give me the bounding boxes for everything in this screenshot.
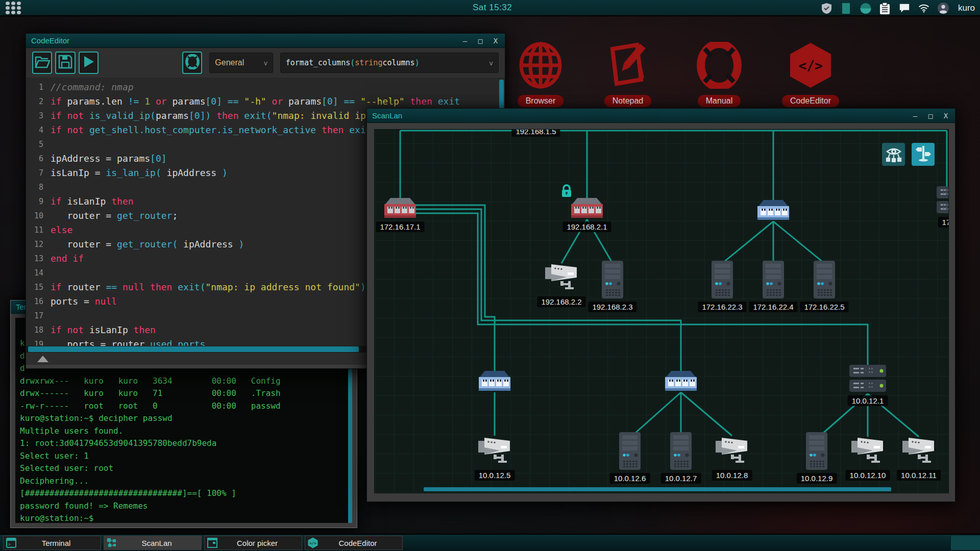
legend-button[interactable]	[912, 143, 935, 166]
taskbar-item-codeeditor[interactable]: </>CodeEditor	[305, 536, 403, 550]
minimize-button[interactable]: –	[911, 112, 919, 120]
lifebuoy-icon	[693, 40, 746, 91]
device-ip-label: 172.16.22.3	[698, 302, 746, 312]
app-launcher-icon[interactable]	[4, 0, 21, 15]
map-device-172.16.22.3[interactable]	[712, 261, 733, 300]
scanlan-window: ScanLan – □ X 192.168.1.5 172.16.17.1192…	[366, 108, 955, 502]
device-ip-label: 192.168.2.1	[562, 221, 611, 232]
map-device-switch[interactable]	[756, 200, 790, 222]
device-ip-label: 10.0.12.6	[610, 473, 650, 484]
taskbar-item-terminal[interactable]: >_Terminal	[3, 536, 101, 550]
disk-usage-icon	[860, 3, 871, 14]
code-line: 2if params.len != 1 or params[0] == "-h"…	[26, 94, 505, 109]
map-device-10.0.12.8[interactable]	[716, 434, 748, 466]
gateway-ip-label: 192.168.1.5	[511, 129, 560, 137]
desktop-icon-notepad[interactable]: Notepad	[590, 40, 666, 107]
map-horizontal-scrollbar[interactable]	[424, 487, 891, 491]
code-editor-title: CodeEditor	[31, 36, 69, 45]
save-file-button[interactable]	[55, 52, 75, 74]
signature-paren: (	[350, 58, 355, 67]
lock-icon	[561, 184, 572, 200]
run-script-button[interactable]	[79, 52, 99, 74]
taskbar-end-cap	[950, 536, 980, 550]
signature-param: columns	[382, 58, 414, 67]
device-ip-label: 172.16.22.5	[800, 302, 848, 312]
username: kuro	[958, 3, 975, 13]
open-file-button[interactable]	[32, 52, 52, 74]
terminal-line: Multiple users found.	[20, 425, 352, 438]
battery-icon	[841, 3, 852, 14]
terminal-line: drwxrwx--- kuro kuro 3634 00:00 Config	[20, 375, 352, 388]
map-device-172.16.17.1[interactable]	[383, 198, 417, 220]
expand-console-icon[interactable]	[37, 356, 48, 362]
map-device-192.168.2.2[interactable]	[545, 261, 578, 292]
map-device-172.16.22.5[interactable]	[814, 261, 835, 300]
taskbar-item-color-picker[interactable]: Color picker	[204, 536, 302, 550]
svg-text:>_: >_	[8, 542, 13, 547]
svg-text:</>: </>	[799, 58, 823, 73]
signature-paren-close: )	[415, 58, 420, 67]
scan-tool-button[interactable]	[882, 143, 905, 166]
desktop-icon-codeeditor[interactable]: </>CodeEditor	[772, 40, 849, 107]
map-device-10.0.12.6[interactable]	[619, 432, 641, 472]
device-ip-label: 10.0.12.8	[712, 470, 752, 481]
terminal-icon: >_	[4, 538, 19, 548]
map-device-switch[interactable]	[478, 371, 511, 393]
map-device-10.0.12.5[interactable]	[478, 434, 511, 466]
scanlan-titlebar[interactable]: ScanLan – □ X	[367, 109, 955, 123]
terminal-line: 1: root:3d041794653d9041395780bedd7b9eda	[20, 437, 352, 450]
category-value: General	[215, 58, 244, 67]
code-editor-titlebar[interactable]: CodeEditor – □ X	[26, 34, 505, 48]
device-ip-label: 10.0.12.9	[797, 473, 837, 484]
map-device-172[interactable]	[937, 186, 949, 216]
close-button[interactable]: X	[942, 112, 950, 120]
map-device-192.168.2.3[interactable]	[602, 261, 623, 300]
scanlan-title: ScanLan	[372, 111, 402, 120]
svg-text:</>: </>	[310, 541, 316, 545]
map-device-10.0.12.1[interactable]	[849, 365, 886, 394]
desktop-icon-manual[interactable]: Manual	[681, 40, 757, 107]
map-device-10.0.12.10[interactable]	[851, 434, 884, 466]
map-device-10.0.12.11[interactable]	[902, 434, 935, 466]
terminal-line: -rw-r----- root root 0 00:00 passwd	[20, 400, 352, 413]
device-ip-label: 172	[938, 217, 949, 228]
chevron-down-icon: v	[264, 59, 267, 67]
desktop-icon-label: Browser	[518, 95, 564, 107]
chat-icon	[899, 3, 910, 14]
taskbar: >_TerminalScanLanColor picker</>CodeEdit…	[0, 534, 980, 551]
map-device-switch[interactable]	[664, 371, 698, 393]
avatar[interactable]	[938, 3, 949, 14]
device-ip-label: 172.16.17.1	[376, 221, 424, 232]
map-device-172.16.22.4[interactable]	[763, 261, 784, 300]
terminal-line: Deciphering...	[20, 475, 352, 488]
play-icon	[82, 55, 95, 70]
map-device-10.0.12.9[interactable]	[806, 432, 827, 472]
device-ip-label: 192.168.2.3	[588, 302, 636, 312]
shield-check-icon	[821, 3, 832, 14]
taskbar-item-label: Color picker	[220, 539, 302, 547]
network-map[interactable]: 192.168.1.5 172.16.17.1192.168.2.1172192…	[374, 129, 949, 493]
clock: Sat 15:32	[473, 3, 512, 13]
help-button[interactable]	[182, 52, 202, 74]
clipboard-icon	[879, 3, 891, 14]
code-editor-toolbar: General v format_columns ( string column…	[26, 48, 505, 78]
close-button[interactable]: X	[492, 37, 500, 45]
status-tray: kuro	[821, 0, 975, 16]
taskbar-item-scanlan[interactable]: ScanLan	[104, 536, 202, 550]
maximize-button[interactable]: □	[926, 112, 935, 120]
device-ip-label: 10.0.12.11	[897, 470, 941, 481]
chevron-down-icon: v	[489, 59, 493, 67]
minimize-button[interactable]: –	[461, 37, 469, 45]
category-dropdown[interactable]: General v	[209, 53, 273, 73]
desktop-icon-browser[interactable]: Browser	[502, 40, 579, 107]
terminal-line: [################################]==[ 10…	[20, 487, 352, 500]
device-ip-label: 192.168.2.2	[537, 296, 585, 307]
taskbar-item-label: Terminal	[19, 539, 101, 547]
terminal-line: Select user: 1	[20, 450, 352, 463]
map-device-192.168.2.1[interactable]	[570, 198, 604, 220]
signature-dropdown[interactable]: format_columns ( string columns ) v	[280, 53, 499, 73]
network-icon	[104, 538, 119, 548]
map-device-10.0.12.7[interactable]	[670, 432, 692, 472]
window-icon	[205, 538, 220, 548]
maximize-button[interactable]: □	[476, 37, 484, 45]
